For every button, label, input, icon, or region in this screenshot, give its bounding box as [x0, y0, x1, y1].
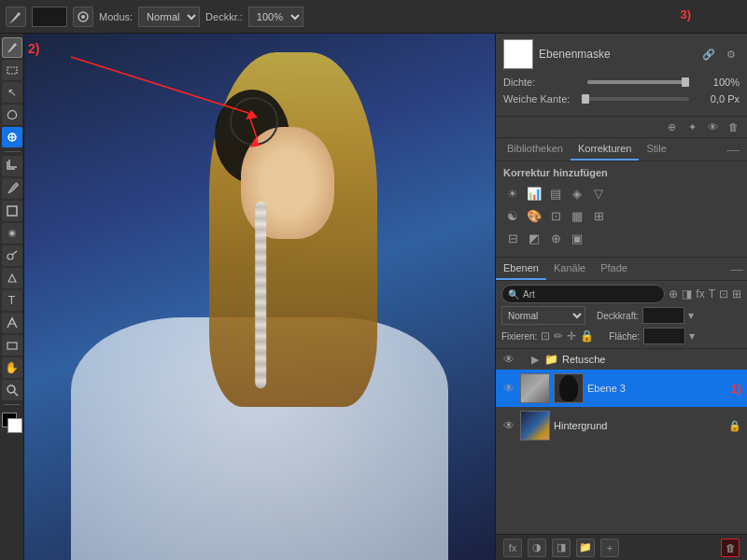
layer-delete-btn[interactable]: 🗑 — [721, 539, 740, 557]
ebenen-tab-kanale[interactable]: Kanäle — [546, 258, 593, 280]
tab-stile[interactable]: Stile — [639, 138, 673, 161]
layer-fx-icon[interactable]: fx — [696, 287, 704, 301]
ebenen-panel: Ebenen Kanäle Pfade — 🔍 Art ⊕ ◨ fx T ⊡ — [496, 258, 747, 560]
flache-input[interactable]: 100% — [643, 328, 685, 344]
brush-tool-btn[interactable] — [6, 7, 26, 27]
panel-collapse-btn[interactable]: — — [723, 142, 743, 157]
korr-grid[interactable]: ⊞ — [589, 206, 608, 225]
hand-tool[interactable]: ✋ — [2, 357, 22, 378]
layer-fx-btn[interactable]: fx — [503, 539, 522, 557]
brush-tool[interactable] — [2, 37, 22, 58]
deckkraft-ctrl-input[interactable]: 100% — [642, 307, 684, 324]
mask-action-1[interactable]: ⊕ — [663, 119, 680, 135]
brush-size-input[interactable]: 244 — [32, 7, 67, 27]
layer-shape-icon[interactable]: ⊡ — [719, 287, 728, 301]
ebenenmaske-section: Ebenenmaske 🔗 ⚙ Dichte: 100% Weiche Kant… — [496, 34, 747, 117]
pearls-layer — [255, 202, 266, 388]
korr-curves[interactable]: 📊 — [525, 184, 543, 203]
fix-move-icon[interactable]: ✛ — [567, 329, 576, 343]
weiche-thumb[interactable] — [582, 94, 589, 104]
korr-extra3[interactable]: ⊕ — [546, 229, 565, 247]
flache-down-icon[interactable]: ▾ — [689, 329, 695, 343]
layer-visibility-hintergrund[interactable]: 👁 — [501, 418, 516, 433]
korr-extra1[interactable]: ⊟ — [503, 229, 522, 247]
layer-search-box[interactable]: 🔍 Art — [501, 285, 665, 303]
korr-extra4[interactable]: ▣ — [568, 229, 586, 247]
korr-levels[interactable]: ▤ — [546, 184, 565, 203]
blur-tool[interactable] — [2, 223, 22, 244]
korr-invert[interactable]: ⊡ — [546, 206, 565, 225]
mask-action-3[interactable]: 👁 — [704, 119, 721, 135]
mask-link-btn[interactable]: 🔗 — [700, 46, 717, 63]
crop-tool[interactable] — [2, 156, 22, 176]
layer-type-icon[interactable]: T — [709, 287, 715, 301]
move-tool[interactable]: ↖ — [2, 82, 22, 103]
layer-visibility-retusche[interactable]: 👁 — [501, 352, 516, 367]
tab-bibliotheken[interactable]: Bibliotheken — [500, 138, 571, 161]
korr-colorize[interactable]: 🎨 — [525, 206, 543, 225]
layer-add-icon[interactable]: ⊕ — [669, 287, 678, 301]
color-swatches[interactable] — [2, 413, 22, 433]
mask-options-btn[interactable]: ⚙ — [723, 46, 740, 63]
weiche-track[interactable] — [587, 97, 689, 101]
korr-ying-yang[interactable]: ☯ — [503, 206, 522, 225]
korr-gradient[interactable]: ▽ — [589, 184, 608, 203]
korr-brightness[interactable]: ☀ — [503, 184, 522, 203]
layer-group-retusche[interactable]: 👁 ▶ 📁 Retusche — [496, 349, 747, 370]
layer-new-btn[interactable]: + — [600, 539, 619, 557]
eyedropper-tool[interactable] — [2, 178, 22, 199]
background-color[interactable] — [7, 418, 22, 433]
zoom-tool[interactable] — [2, 380, 22, 400]
svg-line-14 — [71, 57, 248, 113]
panel-tabs-row: Bibliotheken Korrekturen Stile — — [496, 138, 747, 161]
layer-visibility-ebene3[interactable]: 👁 — [501, 381, 516, 396]
rect-select-tool[interactable] — [2, 201, 22, 221]
search-icon: 🔍 — [508, 289, 519, 300]
mask-thumbnail — [503, 39, 533, 69]
layer-row-hintergrund[interactable]: 👁 Hintergrund 🔒 — [496, 407, 747, 444]
layer-group-btn[interactable]: 📁 — [576, 539, 595, 557]
modus-select[interactable]: Normal — [138, 7, 200, 27]
lasso-tool[interactable] — [2, 105, 22, 125]
blend-mode-select[interactable]: Normal — [501, 306, 585, 325]
marquee-tool[interactable] — [2, 60, 22, 80]
ebenen-tab-pfade[interactable]: Pfade — [593, 258, 635, 280]
korr-threshold[interactable]: ▦ — [568, 206, 586, 225]
fix-brush-icon[interactable]: ✏ — [554, 329, 563, 343]
text-tool[interactable]: T — [2, 290, 22, 311]
canvas-area[interactable]: 2) — [24, 34, 495, 560]
fix-transparent-icon[interactable]: ⊡ — [541, 329, 550, 343]
annotation-1-label: 1) — [730, 382, 741, 396]
dodge-burn-tool[interactable] — [2, 245, 22, 266]
deckkraft-down-icon[interactable]: ▾ — [688, 309, 694, 322]
shape-tool[interactable] — [2, 335, 22, 356]
layer-mask-icon[interactable]: ◨ — [682, 287, 692, 301]
pen-tool[interactable] — [2, 268, 22, 288]
deckkraft-select[interactable]: 100% — [248, 7, 303, 27]
healing-tool[interactable] — [2, 127, 22, 147]
weiche-kante-label: Weiche Kante: — [503, 93, 587, 105]
dichte-track[interactable] — [587, 80, 689, 84]
korr-hsl[interactable]: ◈ — [568, 184, 586, 203]
modus-label: Modus: — [99, 11, 133, 22]
tab-korrekturen[interactable]: Korrekturen — [571, 138, 639, 161]
korr-extra2[interactable]: ◩ — [525, 229, 543, 247]
layer-row-ebene3[interactable]: 👁 Ebene 3 1) — [496, 370, 747, 407]
layer-fill-btn[interactable]: ◑ — [528, 539, 546, 557]
svg-line-10 — [12, 251, 17, 255]
dichte-slider-container: 100% — [587, 77, 740, 88]
mask-action-4[interactable]: 🗑 — [725, 119, 741, 135]
brush-options-btn[interactable] — [73, 7, 93, 27]
mask-action-2[interactable]: ✦ — [684, 119, 700, 135]
left-toolbox: ↖ T ✋ — [0, 34, 24, 560]
photo-canvas: 2) — [24, 34, 495, 560]
dichte-thumb[interactable] — [682, 77, 689, 87]
ebenen-collapse-btn[interactable]: — — [726, 261, 747, 276]
layer-smart-icon[interactable]: ⊞ — [732, 287, 741, 301]
layer-adjust-btn[interactable]: ◨ — [552, 539, 571, 557]
ebenen-tab-ebenen[interactable]: Ebenen — [496, 258, 546, 280]
path-select-tool[interactable] — [2, 313, 22, 333]
layer-thumb-ebene3 — [520, 373, 550, 403]
dichte-value: 100% — [693, 77, 740, 88]
fix-all-icon[interactable]: 🔒 — [580, 329, 594, 343]
